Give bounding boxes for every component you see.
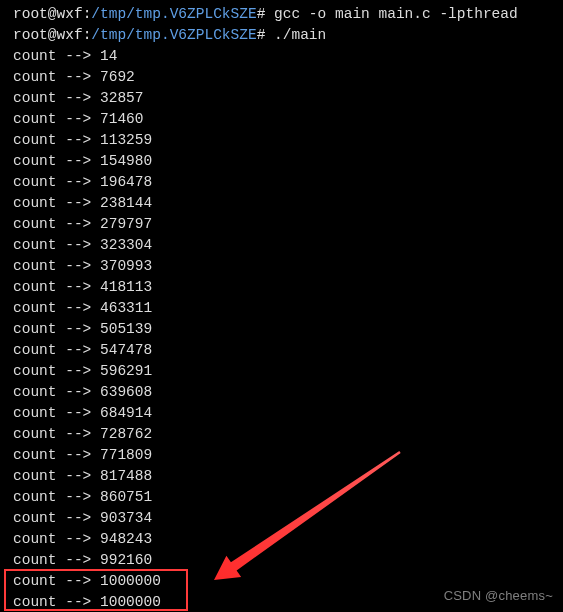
output-prefix: count --> [13, 237, 100, 253]
output-line: count --> 596291 [13, 361, 563, 382]
output-line: count --> 639608 [13, 382, 563, 403]
output-value: 279797 [100, 216, 152, 232]
output-prefix: count --> [13, 279, 100, 295]
output-value: 817488 [100, 468, 152, 484]
output-prefix: count --> [13, 531, 100, 547]
output-line: count --> 948243 [13, 529, 563, 550]
output-line: count --> 547478 [13, 340, 563, 361]
output-prefix: count --> [13, 426, 100, 442]
output-line: count --> 370993 [13, 256, 563, 277]
prompt-line: root@wxf:/tmp/tmp.V6ZPLCkSZE# gcc -o mai… [13, 4, 563, 25]
output-prefix: count --> [13, 111, 100, 127]
output-value: 728762 [100, 426, 152, 442]
output-value: 238144 [100, 195, 152, 211]
output-prefix: count --> [13, 153, 100, 169]
output-line: count --> 113259 [13, 130, 563, 151]
output-prefix: count --> [13, 384, 100, 400]
output-line: count --> 771809 [13, 445, 563, 466]
output-line: count --> 463311 [13, 298, 563, 319]
output-line: count --> 154980 [13, 151, 563, 172]
output-line: count --> 992160 [13, 550, 563, 571]
prompt-user-host: root@wxf [13, 27, 83, 43]
output-prefix: count --> [13, 132, 100, 148]
output-value: 323304 [100, 237, 152, 253]
output-prefix: count --> [13, 90, 100, 106]
output-prefix: count --> [13, 468, 100, 484]
command-text: ./main [274, 27, 326, 43]
output-prefix: count --> [13, 594, 100, 610]
output-value: 463311 [100, 300, 152, 316]
output-line: count --> 505139 [13, 319, 563, 340]
output-value: 7692 [100, 69, 135, 85]
output-line: count --> 32857 [13, 88, 563, 109]
output-line: count --> 323304 [13, 235, 563, 256]
output-prefix: count --> [13, 174, 100, 190]
output-value: 196478 [100, 174, 152, 190]
output-value: 71460 [100, 111, 144, 127]
output-line: count --> 196478 [13, 172, 563, 193]
output-value: 505139 [100, 321, 152, 337]
output-prefix: count --> [13, 342, 100, 358]
output-value: 113259 [100, 132, 152, 148]
output-value: 154980 [100, 153, 152, 169]
output-prefix: count --> [13, 363, 100, 379]
output-prefix: count --> [13, 300, 100, 316]
output-prefix: count --> [13, 69, 100, 85]
prompt-user-host: root@wxf [13, 6, 83, 22]
output-line: count --> 14 [13, 46, 563, 67]
prompt-delim: # [257, 27, 274, 43]
output-prefix: count --> [13, 510, 100, 526]
output-line: count --> 418113 [13, 277, 563, 298]
output-prefix: count --> [13, 216, 100, 232]
output-line: count --> 279797 [13, 214, 563, 235]
output-line: count --> 684914 [13, 403, 563, 424]
prompt-delim: # [257, 6, 274, 22]
output-value: 639608 [100, 384, 152, 400]
output-line: count --> 860751 [13, 487, 563, 508]
watermark-text: CSDN @cheems~ [444, 585, 553, 606]
output-value: 14 [100, 48, 117, 64]
output-value: 1000000 [100, 573, 161, 589]
output-prefix: count --> [13, 573, 100, 589]
output-prefix: count --> [13, 552, 100, 568]
output-value: 771809 [100, 447, 152, 463]
prompt-path: /tmp/tmp.V6ZPLCkSZE [91, 27, 256, 43]
output-value: 903734 [100, 510, 152, 526]
output-value: 992160 [100, 552, 152, 568]
output-prefix: count --> [13, 48, 100, 64]
prompt-line: root@wxf:/tmp/tmp.V6ZPLCkSZE# ./main [13, 25, 563, 46]
terminal-output: root@wxf:/tmp/tmp.V6ZPLCkSZE# gcc -o mai… [0, 0, 563, 612]
output-line: count --> 903734 [13, 508, 563, 529]
output-prefix: count --> [13, 489, 100, 505]
output-value: 32857 [100, 90, 144, 106]
output-prefix: count --> [13, 195, 100, 211]
command-text: gcc -o main main.c -lpthread [274, 6, 518, 22]
output-line: count --> 728762 [13, 424, 563, 445]
output-line: count --> 817488 [13, 466, 563, 487]
output-value: 370993 [100, 258, 152, 274]
output-value: 1000000 [100, 594, 161, 610]
output-prefix: count --> [13, 405, 100, 421]
output-value: 948243 [100, 531, 152, 547]
output-prefix: count --> [13, 258, 100, 274]
output-value: 860751 [100, 489, 152, 505]
output-value: 547478 [100, 342, 152, 358]
output-line: count --> 71460 [13, 109, 563, 130]
output-prefix: count --> [13, 447, 100, 463]
output-line: count --> 238144 [13, 193, 563, 214]
output-line: count --> 7692 [13, 67, 563, 88]
output-prefix: count --> [13, 321, 100, 337]
output-value: 596291 [100, 363, 152, 379]
output-value: 418113 [100, 279, 152, 295]
prompt-path: /tmp/tmp.V6ZPLCkSZE [91, 6, 256, 22]
output-value: 684914 [100, 405, 152, 421]
